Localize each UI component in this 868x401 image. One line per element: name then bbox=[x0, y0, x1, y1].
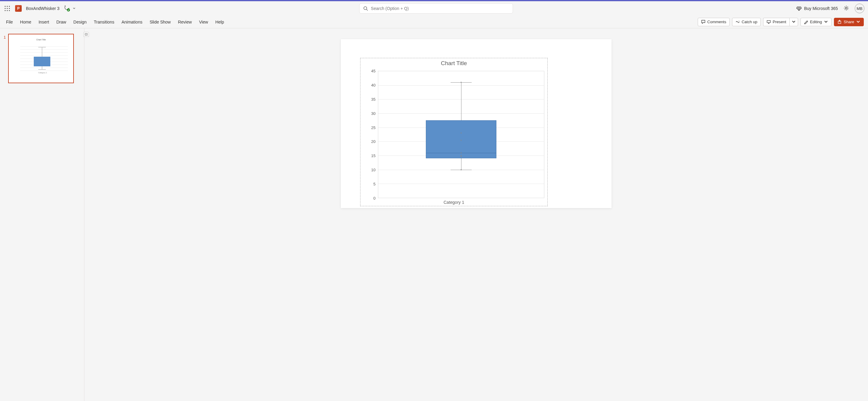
y-tick-label: 35 bbox=[370, 97, 375, 101]
save-status-icon[interactable] bbox=[64, 5, 70, 12]
present-label: Present bbox=[773, 20, 786, 24]
tab-design[interactable]: Design bbox=[70, 17, 90, 27]
data-point bbox=[461, 152, 462, 153]
y-tick-label: 15 bbox=[370, 153, 375, 158]
svg-line-11 bbox=[367, 9, 368, 10]
search-icon bbox=[363, 6, 368, 11]
slide-thumb-row: 1 Chart Title Category 1 bbox=[4, 34, 81, 83]
tab-transitions[interactable]: Transitions bbox=[90, 17, 118, 27]
mean-marker: × bbox=[460, 138, 462, 142]
data-point bbox=[461, 82, 462, 83]
account-avatar[interactable]: MB bbox=[855, 4, 864, 13]
svg-point-3 bbox=[5, 8, 6, 9]
whisker-upper bbox=[461, 82, 461, 120]
share-label: Share bbox=[844, 20, 854, 24]
settings-button[interactable] bbox=[843, 5, 849, 12]
svg-point-8 bbox=[9, 10, 10, 11]
ribbon-tabs: File Home Insert Draw Design Transitions… bbox=[2, 17, 227, 27]
catchup-button[interactable]: Catch up bbox=[732, 18, 761, 26]
y-tick-label: 25 bbox=[370, 125, 375, 130]
svg-point-1 bbox=[7, 6, 8, 7]
tab-review[interactable]: Review bbox=[174, 17, 195, 27]
editing-label: Editing bbox=[810, 20, 822, 24]
y-tick-label: 10 bbox=[370, 167, 375, 172]
ribbon-bar: File Home Insert Draw Design Transitions… bbox=[0, 16, 868, 28]
share-button[interactable]: Share bbox=[834, 18, 864, 26]
data-point bbox=[461, 132, 462, 133]
svg-point-9 bbox=[67, 8, 70, 11]
chart-y-axis: 051015202530354045 bbox=[370, 71, 376, 198]
whisker-lower bbox=[461, 158, 461, 169]
diamond-icon bbox=[796, 6, 802, 11]
tab-file[interactable]: File bbox=[2, 17, 17, 27]
chevron-down-icon bbox=[856, 20, 861, 24]
slide-number: 1 bbox=[4, 35, 6, 39]
svg-point-10 bbox=[364, 7, 367, 10]
save-dropdown-icon[interactable] bbox=[73, 6, 76, 11]
comments-button[interactable]: Comments bbox=[698, 18, 730, 26]
comment-icon bbox=[701, 20, 706, 24]
editing-mode-button[interactable]: Editing bbox=[801, 18, 832, 26]
chart-object[interactable]: Chart Title 051015202530354045 × Categor… bbox=[360, 58, 548, 206]
svg-rect-14 bbox=[767, 21, 770, 23]
svg-point-7 bbox=[7, 10, 8, 11]
svg-point-13 bbox=[739, 21, 739, 22]
chart-grid-area: × bbox=[378, 71, 544, 198]
panel-collapse-handle[interactable] bbox=[84, 32, 89, 37]
chart-title[interactable]: Chart Title bbox=[361, 60, 547, 67]
y-tick-label: 45 bbox=[370, 69, 375, 73]
data-point bbox=[461, 156, 462, 157]
buy-label: Buy Microsoft 365 bbox=[804, 6, 838, 11]
present-button[interactable]: Present bbox=[763, 18, 789, 26]
search-input[interactable] bbox=[371, 6, 509, 11]
tab-view[interactable]: View bbox=[195, 17, 212, 27]
gridline bbox=[378, 184, 544, 184]
present-dropdown[interactable] bbox=[789, 18, 798, 26]
y-tick-label: 40 bbox=[370, 83, 375, 87]
data-point bbox=[461, 169, 462, 171]
svg-point-6 bbox=[5, 10, 6, 11]
present-icon bbox=[767, 20, 771, 24]
y-tick-label: 30 bbox=[370, 111, 375, 116]
tab-insert[interactable]: Insert bbox=[35, 17, 53, 27]
tab-animations[interactable]: Animations bbox=[118, 17, 146, 27]
svg-point-4 bbox=[7, 8, 8, 9]
search-box[interactable] bbox=[359, 3, 513, 13]
chart-plot-area: 051015202530354045 × bbox=[370, 71, 544, 198]
tab-help[interactable]: Help bbox=[212, 17, 227, 27]
tab-home[interactable]: Home bbox=[17, 17, 35, 27]
slide-thumbnail-panel: 1 Chart Title Category 1 bbox=[0, 28, 84, 401]
thumb-chart-title: Chart Title bbox=[11, 39, 71, 41]
slide[interactable]: Chart Title 051015202530354045 × Categor… bbox=[341, 39, 612, 208]
chevron-down-icon bbox=[792, 20, 796, 24]
powerpoint-app-icon: P bbox=[15, 5, 22, 12]
svg-point-0 bbox=[5, 6, 6, 7]
slide-thumbnail[interactable]: Chart Title Category 1 bbox=[8, 34, 74, 83]
svg-point-12 bbox=[845, 7, 847, 9]
pencil-icon bbox=[804, 20, 808, 24]
gear-icon bbox=[843, 5, 849, 11]
slide-canvas[interactable]: Chart Title 051015202530354045 × Categor… bbox=[84, 28, 868, 401]
svg-rect-18 bbox=[85, 33, 87, 35]
tab-draw[interactable]: Draw bbox=[53, 17, 70, 27]
catchup-label: Catch up bbox=[742, 20, 757, 24]
app-launcher-icon[interactable] bbox=[4, 5, 11, 12]
chart-x-category-label: Category 1 bbox=[361, 200, 547, 205]
catchup-icon bbox=[735, 20, 740, 24]
svg-point-5 bbox=[9, 8, 10, 9]
y-tick-label: 20 bbox=[370, 139, 375, 144]
chevron-down-icon bbox=[824, 20, 828, 24]
document-title[interactable]: BoxAndWhisker 3 bbox=[26, 6, 59, 11]
title-bar: P BoxAndWhisker 3 Buy Microsoft 365 MB bbox=[0, 1, 868, 16]
buy-microsoft-365-button[interactable]: Buy Microsoft 365 bbox=[796, 6, 838, 11]
comments-label: Comments bbox=[707, 20, 726, 24]
share-icon bbox=[837, 20, 842, 24]
main-area: 1 Chart Title Category 1 bbox=[0, 28, 868, 401]
tab-slideshow[interactable]: Slide Show bbox=[146, 17, 174, 27]
y-tick-label: 5 bbox=[370, 182, 375, 186]
svg-point-2 bbox=[9, 6, 10, 7]
